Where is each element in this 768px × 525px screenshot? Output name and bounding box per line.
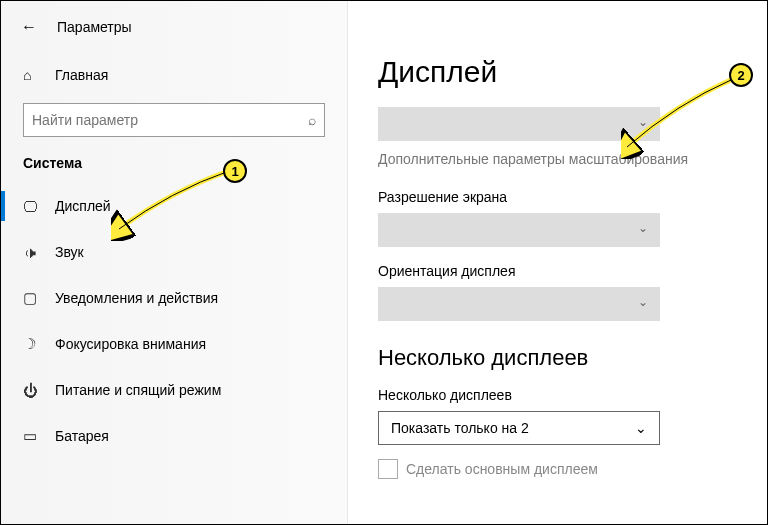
resolution-dropdown[interactable]: ⌄	[378, 213, 660, 247]
chevron-down-icon: ⌄	[638, 115, 648, 129]
home-nav[interactable]: ⌂ Главная	[1, 55, 347, 95]
checkbox-icon[interactable]	[378, 459, 398, 479]
nav-label: Фокусировка внимания	[55, 336, 206, 352]
window-title: Параметры	[57, 19, 132, 35]
resolution-label: Разрешение экрана	[378, 189, 737, 205]
nav-label: Звук	[55, 244, 84, 260]
scaling-dropdown[interactable]: ⌄	[378, 107, 660, 141]
power-icon: ⏻	[23, 382, 45, 399]
sidebar-item-focus[interactable]: ☽ Фокусировка внимания	[1, 321, 347, 367]
page-title: Дисплей	[378, 55, 737, 89]
sidebar: ← Параметры ⌂ Главная ⌕ Система 🖵 Диспле…	[1, 1, 348, 524]
advanced-scaling-link[interactable]: Дополнительные параметры масштабирования	[378, 151, 737, 167]
checkbox-label: Сделать основным дисплеем	[406, 461, 598, 477]
sidebar-item-power[interactable]: ⏻ Питание и спящий режим	[1, 367, 347, 413]
search-icon: ⌕	[308, 112, 316, 128]
nav-label: Питание и спящий режим	[55, 382, 221, 398]
sidebar-item-display[interactable]: 🖵 Дисплей	[1, 183, 347, 229]
display-icon: 🖵	[23, 198, 45, 215]
search-input[interactable]	[32, 112, 308, 128]
orientation-dropdown[interactable]: ⌄	[378, 287, 660, 321]
chevron-down-icon: ⌄	[638, 221, 648, 235]
battery-icon: ▭	[23, 427, 45, 445]
dropdown-value: Показать только на 2	[391, 420, 529, 436]
sidebar-item-sound[interactable]: 🕩 Звук	[1, 229, 347, 275]
home-label: Главная	[55, 67, 108, 83]
focus-icon: ☽	[23, 335, 45, 353]
nav-label: Батарея	[55, 428, 109, 444]
sidebar-item-notifications[interactable]: ▢ Уведомления и действия	[1, 275, 347, 321]
multiple-displays-dropdown[interactable]: Показать только на 2 ⌄	[378, 411, 660, 445]
multiple-displays-heading: Несколько дисплеев	[378, 345, 737, 371]
orientation-label: Ориентация дисплея	[378, 263, 737, 279]
chevron-down-icon: ⌄	[638, 295, 648, 309]
section-label: Система	[1, 147, 347, 183]
notifications-icon: ▢	[23, 289, 45, 307]
chevron-down-icon: ⌄	[635, 420, 647, 436]
nav-label: Уведомления и действия	[55, 290, 218, 306]
sound-icon: 🕩	[23, 244, 45, 261]
sidebar-item-battery[interactable]: ▭ Батарея	[1, 413, 347, 459]
primary-display-checkbox-row[interactable]: Сделать основным дисплеем	[378, 459, 737, 479]
multiple-displays-label: Несколько дисплеев	[378, 387, 737, 403]
main-content: Дисплей ⌄ Дополнительные параметры масшт…	[348, 1, 767, 524]
home-icon: ⌂	[23, 67, 45, 83]
back-button[interactable]: ←	[13, 18, 45, 36]
nav-label: Дисплей	[55, 198, 111, 214]
search-box[interactable]: ⌕	[23, 103, 325, 137]
